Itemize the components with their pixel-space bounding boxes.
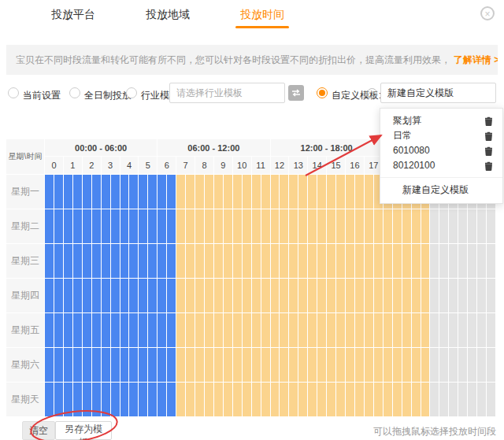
time-cell[interactable] xyxy=(176,244,185,278)
time-cell[interactable] xyxy=(148,244,157,278)
time-cell[interactable] xyxy=(102,348,110,382)
time-cell[interactable] xyxy=(120,383,129,416)
time-cell[interactable] xyxy=(102,279,110,312)
time-cell[interactable] xyxy=(243,348,251,382)
time-cell[interactable] xyxy=(54,383,63,416)
time-cell[interactable] xyxy=(64,244,72,278)
time-cell[interactable] xyxy=(298,383,307,416)
time-cell[interactable] xyxy=(271,175,280,209)
time-cell[interactable] xyxy=(271,348,280,382)
time-cell[interactable] xyxy=(102,383,110,416)
time-cell[interactable] xyxy=(102,313,110,347)
time-cell[interactable] xyxy=(477,383,486,416)
time-cell[interactable] xyxy=(64,209,72,243)
time-cell[interactable] xyxy=(73,279,82,312)
time-cell[interactable] xyxy=(430,313,439,347)
time-cell[interactable] xyxy=(468,279,476,312)
time-cell[interactable] xyxy=(346,209,354,243)
time-cell[interactable] xyxy=(252,209,261,243)
radio-all-day[interactable] xyxy=(69,87,80,98)
time-cell[interactable] xyxy=(402,313,411,347)
time-cell[interactable] xyxy=(280,383,288,416)
time-cell[interactable] xyxy=(336,279,345,312)
time-cell[interactable] xyxy=(298,279,307,312)
delete-template-button[interactable] xyxy=(484,146,493,156)
time-cell[interactable] xyxy=(148,279,157,312)
time-cell[interactable] xyxy=(54,175,63,209)
time-cell[interactable] xyxy=(205,348,213,382)
time-cell[interactable] xyxy=(365,348,373,382)
time-cell[interactable] xyxy=(129,244,138,278)
time-cell[interactable] xyxy=(365,175,373,209)
time-cell[interactable] xyxy=(280,209,288,243)
time-cell[interactable] xyxy=(327,209,335,243)
time-cell[interactable] xyxy=(327,175,335,209)
time-cell[interactable] xyxy=(355,175,364,209)
time-cell[interactable] xyxy=(393,348,402,382)
time-cell[interactable] xyxy=(111,175,120,209)
time-cell[interactable] xyxy=(346,244,354,278)
time-cell[interactable] xyxy=(64,313,72,347)
delete-template-button[interactable] xyxy=(484,131,493,141)
time-cell[interactable] xyxy=(195,348,204,382)
time-cell[interactable] xyxy=(468,313,476,347)
time-cell[interactable] xyxy=(186,279,195,312)
time-cell[interactable] xyxy=(54,209,63,243)
time-cell[interactable] xyxy=(186,244,195,278)
time-cell[interactable] xyxy=(327,279,335,312)
time-cell[interactable] xyxy=(365,209,373,243)
time-cell[interactable] xyxy=(430,348,439,382)
tab-placement-time[interactable]: 投放时间 xyxy=(240,8,284,22)
time-cell[interactable] xyxy=(73,348,82,382)
time-cell[interactable] xyxy=(365,279,373,312)
time-cell[interactable] xyxy=(308,175,317,209)
time-cell[interactable] xyxy=(205,209,213,243)
time-cell[interactable] xyxy=(205,175,213,209)
time-cell[interactable] xyxy=(374,244,383,278)
time-cell[interactable] xyxy=(205,244,213,278)
time-cell[interactable] xyxy=(224,313,232,347)
time-cell[interactable] xyxy=(214,383,223,416)
time-cell[interactable] xyxy=(120,279,129,312)
time-cell[interactable] xyxy=(102,209,110,243)
time-cell[interactable] xyxy=(317,313,326,347)
time-cell[interactable] xyxy=(430,383,439,416)
time-cell[interactable] xyxy=(252,244,261,278)
time-cell[interactable] xyxy=(148,175,157,209)
time-cell[interactable] xyxy=(477,209,486,243)
time-cell[interactable] xyxy=(261,209,270,243)
time-cell[interactable] xyxy=(384,209,392,243)
time-cell[interactable] xyxy=(92,383,101,416)
time-cell[interactable] xyxy=(252,279,261,312)
time-cell[interactable] xyxy=(327,383,335,416)
time-cell[interactable] xyxy=(214,279,223,312)
time-cell[interactable] xyxy=(402,244,411,278)
time-cell[interactable] xyxy=(327,313,335,347)
time-cell[interactable] xyxy=(346,383,354,416)
time-cell[interactable] xyxy=(468,348,476,382)
time-cell[interactable] xyxy=(468,209,476,243)
time-cell[interactable] xyxy=(346,279,354,312)
time-cell[interactable] xyxy=(365,383,373,416)
time-cell[interactable] xyxy=(233,175,242,209)
time-cell[interactable] xyxy=(214,313,223,347)
time-cell[interactable] xyxy=(111,313,120,347)
time-cell[interactable] xyxy=(271,383,280,416)
time-cell[interactable] xyxy=(92,279,101,312)
time-cell[interactable] xyxy=(139,209,147,243)
time-cell[interactable] xyxy=(393,383,402,416)
time-cell[interactable] xyxy=(120,175,129,209)
time-cell[interactable] xyxy=(289,175,298,209)
help-icon[interactable]: ? xyxy=(367,88,377,98)
time-cell[interactable] xyxy=(336,175,345,209)
time-cell[interactable] xyxy=(430,209,439,243)
time-cell[interactable] xyxy=(430,279,439,312)
time-cell[interactable] xyxy=(148,313,157,347)
time-cell[interactable] xyxy=(384,313,392,347)
time-cell[interactable] xyxy=(439,279,448,312)
time-cell[interactable] xyxy=(158,209,166,243)
time-cell[interactable] xyxy=(393,279,402,312)
time-cell[interactable] xyxy=(54,348,63,382)
time-cell[interactable] xyxy=(439,244,448,278)
time-cell[interactable] xyxy=(439,313,448,347)
